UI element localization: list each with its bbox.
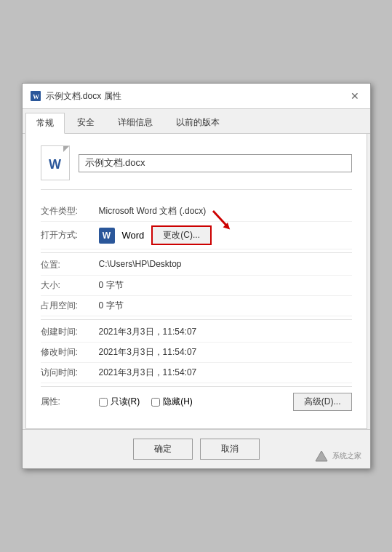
disk-size-value: 0 字节: [99, 300, 352, 312]
hidden-checkbox-item[interactable]: 隐藏(H): [151, 396, 193, 408]
filename-input[interactable]: [79, 154, 352, 172]
info-table: 文件类型: Microsoft Word 文档 (.docx) 打开方式: W …: [41, 201, 352, 417]
location-value: C:\Users\HP\Desktop: [99, 259, 352, 269]
disk-size-label: 占用空间:: [41, 300, 99, 312]
open-with-row: 打开方式: W Word 更改(C)...: [41, 222, 352, 249]
tab-previous-versions[interactable]: 以前的版本: [165, 112, 231, 133]
open-with-content: W Word 更改(C)...: [99, 225, 352, 245]
modified-label: 修改时间:: [41, 346, 99, 359]
change-button[interactable]: 更改(C)...: [151, 225, 212, 245]
size-label: 大小:: [41, 279, 99, 292]
title-bar-left: W 示例文档.docx 属性: [30, 90, 121, 103]
title-bar: W 示例文档.docx 属性 ✕: [23, 84, 370, 109]
footer: 确定 取消 系统之家: [23, 429, 370, 468]
location-row: 位置: C:\Users\HP\Desktop: [41, 252, 352, 276]
size-value: 0 字节: [99, 279, 352, 292]
close-button[interactable]: ✕: [347, 88, 363, 104]
modified-row: 修改时间: 2021年3月3日，11:54:07: [41, 343, 352, 363]
disk-size-row: 占用空间: 0 字节: [41, 296, 352, 316]
svg-marker-4: [316, 451, 327, 461]
accessed-label: 访问时间:: [41, 367, 99, 379]
ok-button[interactable]: 确定: [133, 439, 193, 460]
file-type-row: 文件类型: Microsoft Word 文档 (.docx): [41, 201, 352, 222]
cancel-button[interactable]: 取消: [200, 439, 260, 460]
advanced-button[interactable]: 高级(D)...: [293, 393, 352, 411]
created-row: 创建时间: 2021年3月3日，11:54:07: [41, 319, 352, 343]
hidden-checkbox[interactable]: [151, 398, 160, 407]
file-icon-letter: W: [49, 157, 61, 172]
size-row: 大小: 0 字节: [41, 276, 352, 296]
attributes-row: 属性: 只读(R) 隐藏(H) 高级(D)...: [41, 386, 352, 417]
footer-logo-text: 系统之家: [332, 452, 361, 460]
file-type-label: 文件类型:: [41, 205, 99, 217]
arrow-wrapper: 更改(C)...: [151, 225, 212, 245]
tab-bar: 常规 安全 详细信息 以前的版本: [23, 109, 370, 134]
created-label: 创建时间:: [41, 326, 99, 338]
properties-window: W 示例文档.docx 属性 ✕ 常规 安全 详细信息 以前的版本 W 文件类型…: [22, 83, 371, 469]
hidden-label: 隐藏(H): [163, 396, 193, 408]
readonly-checkbox-item[interactable]: 只读(R): [99, 396, 140, 408]
svg-text:W: W: [33, 93, 39, 100]
tab-general[interactable]: 常规: [25, 113, 65, 134]
title-icon: W: [30, 90, 41, 102]
word-app-icon: W: [99, 228, 115, 244]
file-icon: W: [41, 145, 70, 180]
footer-logo: 系统之家: [314, 449, 361, 463]
window-title: 示例文档.docx 属性: [46, 90, 121, 103]
file-header: W: [41, 145, 352, 190]
attributes-options: 只读(R) 隐藏(H) 高级(D)...: [99, 393, 352, 411]
readonly-label: 只读(R): [111, 396, 140, 408]
red-arrow-indicator: [204, 205, 233, 234]
modified-value: 2021年3月3日，11:54:07: [99, 346, 352, 359]
readonly-checkbox[interactable]: [99, 398, 108, 407]
open-with-label: 打开方式:: [41, 229, 99, 241]
created-value: 2021年3月3日，11:54:07: [99, 326, 352, 338]
tab-details[interactable]: 详细信息: [107, 112, 164, 133]
location-label: 位置:: [41, 259, 99, 271]
main-content: W 文件类型: Microsoft Word 文档 (.docx) 打开方式: …: [25, 134, 367, 429]
open-with-app-name: Word: [122, 230, 145, 241]
attributes-label: 属性:: [41, 396, 99, 408]
accessed-row: 访问时间: 2021年3月3日，11:54:07: [41, 363, 352, 383]
accessed-value: 2021年3月3日，11:54:07: [99, 367, 352, 379]
tab-security[interactable]: 安全: [66, 112, 105, 133]
svg-line-2: [213, 211, 226, 225]
